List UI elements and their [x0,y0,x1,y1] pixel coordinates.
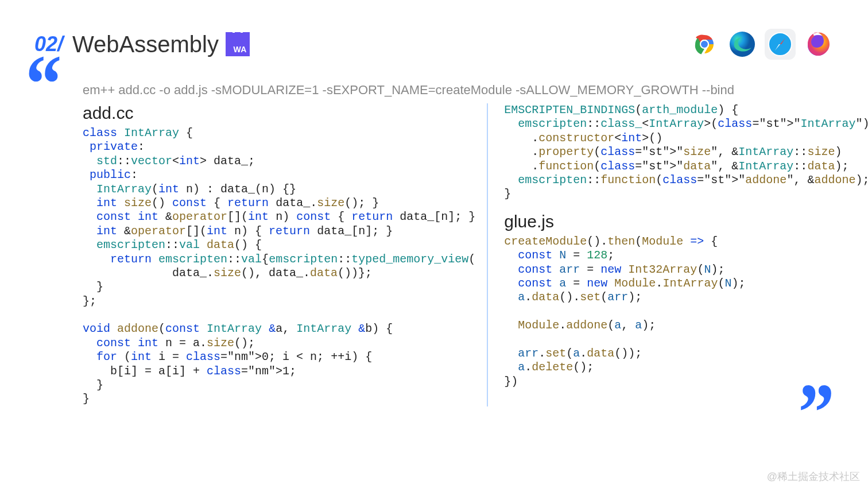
watermark: @稀土掘金技术社区 [767,470,860,483]
wasm-logo-icon: WA [226,32,250,56]
filename-right: glue.js [504,212,868,231]
code-block-addcc: class IntArray { private: std::vector<in… [83,126,475,406]
quote-open-icon: “ [26,59,62,109]
quote-close-icon: ” [799,388,835,437]
firefox-icon [803,29,834,60]
code-block-gluejs: createModule().then(Module => { const N … [504,235,868,389]
filename-left: add.cc [83,103,475,123]
code-columns: add.cc class IntArray { private: std::ve… [83,103,834,406]
safari-icon [765,29,796,60]
compile-command: em++ add.cc -o add.js -sMODULARIZE=1 -sE… [83,83,868,98]
left-column: add.cc class IntArray { private: std::ve… [83,103,487,406]
browser-icon-row [689,29,834,60]
svg-point-3 [730,32,755,57]
chrome-icon [689,29,720,60]
header: 02/ WebAssembly WA [0,0,868,65]
right-column: EMSCRIPTEN_BINDINGS(arth_module) { emscr… [487,103,868,406]
page-title: WebAssembly [72,32,219,57]
edge-icon [727,29,758,60]
code-block-bindings: EMSCRIPTEN_BINDINGS(arth_module) { emscr… [504,103,868,202]
